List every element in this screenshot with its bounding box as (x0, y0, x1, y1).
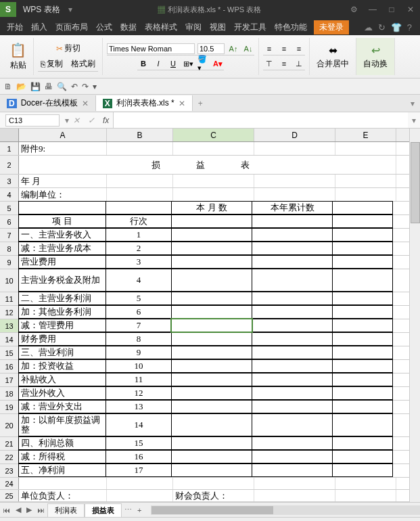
cell[interactable]: 2 (106, 242, 172, 255)
cell[interactable]: 12 (106, 386, 172, 400)
cell[interactable]: 9 (106, 346, 172, 359)
menu-special[interactable]: 特色功能 (271, 20, 311, 35)
row-header[interactable]: 21 (0, 437, 19, 450)
autowrap-button[interactable]: ↩ 自动换 (360, 43, 390, 71)
align-left-icon[interactable]: ≡ (263, 43, 275, 55)
row-header[interactable]: 23 (0, 464, 19, 477)
sheet-nav-first-icon[interactable]: ⏮ (0, 506, 13, 514)
tab-close-icon[interactable]: ✕ (179, 99, 185, 108)
cell[interactable] (252, 436, 333, 450)
col-header-d[interactable]: D (254, 129, 335, 141)
tab-file[interactable]: X 利润表表格.xls * ✕ (96, 95, 193, 111)
redo-icon[interactable]: ↷ (82, 82, 89, 91)
cell[interactable]: 营业费用 (18, 255, 106, 269)
formula-expand-icon[interactable]: ▾ (408, 116, 420, 125)
row-header[interactable]: 12 (0, 306, 19, 319)
cancel-fx-icon[interactable]: ✕ (69, 116, 84, 125)
cell[interactable] (107, 175, 173, 187)
cell[interactable] (335, 175, 396, 187)
align-center-icon[interactable]: ≡ (278, 43, 290, 55)
maximize-button[interactable]: □ (382, 5, 401, 14)
cell[interactable] (332, 332, 393, 346)
cell[interactable] (335, 490, 396, 501)
cell[interactable]: 三、营业利润 (18, 346, 106, 359)
cell[interactable] (252, 319, 333, 332)
cell[interactable]: 行次 (106, 214, 172, 228)
menu-insert[interactable]: 插入 (27, 20, 51, 35)
cell[interactable] (252, 386, 333, 400)
cell[interactable] (171, 386, 252, 400)
cell[interactable] (173, 142, 254, 155)
menu-review[interactable]: 审阅 (181, 20, 206, 35)
cell[interactable] (332, 436, 393, 450)
cell[interactable] (171, 319, 252, 332)
cell[interactable] (107, 188, 173, 201)
cell[interactable] (107, 142, 173, 155)
merge-center-button[interactable]: ⬌ 合并居中 (314, 43, 352, 71)
cell[interactable]: 本年累计数 (252, 201, 333, 214)
cell[interactable] (332, 400, 393, 413)
cell[interactable]: 年 月 (19, 175, 107, 187)
cell[interactable] (332, 463, 393, 477)
col-header-e[interactable]: E (335, 129, 396, 141)
underline-button[interactable]: U (167, 58, 179, 70)
cell[interactable] (171, 214, 252, 228)
tab-docer[interactable]: D Docer-在线模板 ✕ (0, 95, 96, 111)
row-header[interactable]: 10 (0, 269, 19, 292)
row-header[interactable]: 17 (0, 373, 19, 386)
help-icon[interactable]: ? (407, 22, 412, 32)
copy-button[interactable]: ⎘复制 (38, 57, 66, 71)
vertical-scrollbar[interactable] (409, 129, 420, 502)
cut-button[interactable]: ✂剪切 (53, 41, 83, 55)
row-header[interactable]: 25 (0, 490, 19, 501)
cell[interactable] (171, 242, 252, 255)
cell[interactable]: 减：主营业务成本 (18, 242, 106, 255)
row-header[interactable]: 6 (0, 215, 19, 228)
cell[interactable]: 11 (106, 373, 172, 386)
font-size-input[interactable] (197, 43, 225, 54)
cell[interactable]: 15 (106, 436, 172, 450)
cell[interactable] (335, 142, 396, 155)
cell[interactable]: 编制单位： (19, 188, 107, 201)
row-header[interactable]: 22 (0, 451, 19, 463)
cell[interactable]: 4 (106, 269, 172, 292)
row-header[interactable]: 5 (0, 202, 19, 214)
accept-fx-icon[interactable]: ✓ (84, 116, 99, 125)
row-header[interactable]: 4 (0, 188, 19, 201)
login-button[interactable]: 未登录 (314, 20, 349, 35)
cell[interactable]: 3 (106, 255, 172, 269)
row-header[interactable]: 1 (0, 142, 19, 155)
cell[interactable] (254, 142, 335, 155)
menu-pagelayout[interactable]: 页面布局 (51, 20, 92, 35)
tab-list-icon[interactable]: ▾ (405, 99, 420, 108)
tab-add-icon[interactable]: + (193, 99, 208, 108)
save-icon[interactable]: 💾 (30, 82, 41, 91)
cell[interactable]: 财务费用 (18, 332, 106, 346)
menu-start[interactable]: 开始 (3, 20, 27, 35)
cell[interactable] (252, 359, 333, 373)
cell[interactable] (254, 175, 335, 187)
col-header-c[interactable]: C (173, 129, 254, 141)
cell[interactable]: 四、利润总额 (18, 436, 106, 450)
sheet-tab-profit[interactable]: 利润表 (47, 503, 85, 517)
cell[interactable] (332, 305, 393, 319)
cell[interactable]: 1 (106, 228, 172, 242)
cell[interactable] (252, 450, 333, 463)
row-header[interactable]: 14 (0, 333, 19, 346)
cell[interactable] (171, 450, 252, 463)
valign-mid-icon[interactable]: ≡ (278, 58, 290, 70)
shirt-icon[interactable]: 👕 (391, 22, 402, 32)
new-icon[interactable]: 🗎 (4, 82, 12, 91)
cell[interactable]: 减：营业外支出 (18, 400, 106, 413)
cell[interactable] (252, 269, 333, 292)
bold-button[interactable]: B (137, 58, 149, 70)
sheet-nav-last-icon[interactable]: ⏭ (34, 506, 47, 514)
row-header[interactable]: 11 (0, 292, 19, 305)
cell[interactable] (332, 359, 393, 373)
row-header[interactable]: 20 (0, 414, 19, 436)
row-header[interactable]: 24 (0, 478, 19, 489)
sheet-add-button[interactable]: + (135, 506, 144, 514)
cell[interactable] (252, 214, 333, 228)
cell[interactable] (107, 490, 173, 501)
cell[interactable] (252, 305, 333, 319)
